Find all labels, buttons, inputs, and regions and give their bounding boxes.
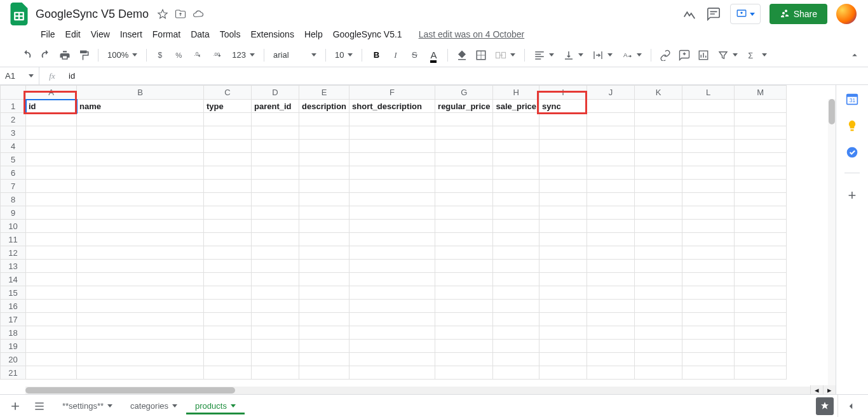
cell-I4[interactable]	[539, 140, 587, 153]
zoom-dropdown[interactable]: 100%	[104, 50, 141, 60]
column-header-J[interactable]: J	[587, 86, 635, 100]
cell-H19[interactable]	[493, 340, 539, 353]
menu-format[interactable]: Format	[147, 27, 186, 42]
cell-G1[interactable]: regular_price	[435, 100, 493, 113]
cell-L6[interactable]	[682, 166, 735, 180]
cell-G19[interactable]	[435, 340, 493, 353]
format-currency-button[interactable]: $	[152, 46, 170, 64]
row-header-13[interactable]: 13	[1, 260, 26, 273]
italic-button[interactable]: I	[386, 46, 404, 64]
cell-H14[interactable]	[493, 273, 539, 286]
cell-F14[interactable]	[349, 273, 435, 286]
sheet-tab-categories[interactable]: categories	[121, 397, 186, 414]
cell-G15[interactable]	[435, 286, 493, 300]
cell-J7[interactable]	[587, 180, 635, 193]
column-header-G[interactable]: G	[435, 86, 493, 100]
cell-J2[interactable]	[587, 113, 635, 126]
add-sheet-button[interactable]	[5, 397, 25, 415]
cell-L11[interactable]	[682, 233, 735, 246]
cell-D15[interactable]	[252, 286, 299, 300]
cell-G3[interactable]	[435, 126, 493, 140]
cell-A16[interactable]	[26, 300, 77, 313]
cell-F19[interactable]	[349, 340, 435, 353]
cell-J14[interactable]	[587, 273, 635, 286]
cell-F5[interactable]	[349, 153, 435, 166]
cell-C7[interactable]	[204, 180, 252, 193]
row-header-10[interactable]: 10	[1, 220, 26, 233]
cell-A18[interactable]	[26, 326, 77, 340]
cell-B6[interactable]	[77, 166, 204, 180]
cell-A4[interactable]	[26, 140, 77, 153]
cell-I3[interactable]	[539, 126, 587, 140]
cell-A10[interactable]	[26, 220, 77, 233]
text-wrap-dropdown[interactable]	[588, 50, 616, 61]
cell-K17[interactable]	[635, 313, 682, 326]
menu-file[interactable]: File	[36, 27, 60, 42]
cell-I18[interactable]	[539, 326, 587, 340]
cell-F6[interactable]	[349, 166, 435, 180]
all-sheets-button[interactable]	[29, 397, 50, 415]
cloud-status-icon[interactable]	[191, 6, 206, 22]
cell-B17[interactable]	[77, 313, 204, 326]
row-header-5[interactable]: 5	[1, 153, 26, 166]
cell-L18[interactable]	[682, 326, 735, 340]
menu-insert[interactable]: Insert	[115, 27, 147, 42]
cell-M17[interactable]	[735, 313, 787, 326]
cell-E5[interactable]	[299, 153, 349, 166]
cell-E13[interactable]	[299, 260, 349, 273]
cell-B21[interactable]	[77, 366, 204, 380]
cell-C5[interactable]	[204, 153, 252, 166]
row-header-6[interactable]: 6	[1, 166, 26, 180]
account-avatar[interactable]	[836, 4, 857, 24]
cell-F4[interactable]	[349, 140, 435, 153]
cell-L2[interactable]	[682, 113, 735, 126]
formula-bar[interactable]: id	[65, 71, 868, 81]
cell-G4[interactable]	[435, 140, 493, 153]
cell-B7[interactable]	[77, 180, 204, 193]
cell-F10[interactable]	[349, 220, 435, 233]
cell-E7[interactable]	[299, 180, 349, 193]
column-header-I[interactable]: I	[539, 86, 587, 100]
insert-chart-button[interactable]	[695, 46, 712, 64]
cell-J8[interactable]	[587, 193, 635, 206]
sheets-logo-icon[interactable]	[6, 1, 32, 27]
bold-button[interactable]: B	[367, 46, 385, 64]
last-edit-link[interactable]: Last edit was on 4 October	[419, 29, 525, 39]
cell-D21[interactable]	[252, 366, 299, 380]
spreadsheet-grid[interactable]: ABCDEFGHIJKLM1idnametypeparent_iddescrip…	[0, 85, 836, 394]
cell-A19[interactable]	[26, 340, 77, 353]
cell-H12[interactable]	[493, 246, 539, 260]
cell-M20[interactable]	[735, 353, 787, 366]
cell-I7[interactable]	[539, 180, 587, 193]
keep-app-icon[interactable]	[846, 119, 858, 132]
cell-F9[interactable]	[349, 206, 435, 220]
cell-E21[interactable]	[299, 366, 349, 380]
cell-K10[interactable]	[635, 220, 682, 233]
cell-I2[interactable]	[539, 113, 587, 126]
cell-E6[interactable]	[299, 166, 349, 180]
cell-B5[interactable]	[77, 153, 204, 166]
cell-B13[interactable]	[77, 260, 204, 273]
fill-color-button[interactable]	[453, 46, 471, 64]
strikethrough-button[interactable]: S	[405, 46, 423, 64]
select-all-corner[interactable]	[1, 86, 26, 100]
cell-J4[interactable]	[587, 140, 635, 153]
cell-B3[interactable]	[77, 126, 204, 140]
cell-G17[interactable]	[435, 313, 493, 326]
cell-H16[interactable]	[493, 300, 539, 313]
number-format-dropdown[interactable]: 123	[228, 50, 259, 60]
cell-L17[interactable]	[682, 313, 735, 326]
cell-G18[interactable]	[435, 326, 493, 340]
share-button[interactable]: Share	[770, 4, 827, 24]
row-header-16[interactable]: 16	[1, 300, 26, 313]
cell-H11[interactable]	[493, 233, 539, 246]
row-header-9[interactable]: 9	[1, 206, 26, 220]
borders-button[interactable]	[472, 46, 490, 64]
cell-K18[interactable]	[635, 326, 682, 340]
cell-G7[interactable]	[435, 180, 493, 193]
cell-M14[interactable]	[735, 273, 787, 286]
cell-I20[interactable]	[539, 353, 587, 366]
cell-F17[interactable]	[349, 313, 435, 326]
tasks-app-icon[interactable]	[846, 146, 858, 159]
row-header-11[interactable]: 11	[1, 233, 26, 246]
